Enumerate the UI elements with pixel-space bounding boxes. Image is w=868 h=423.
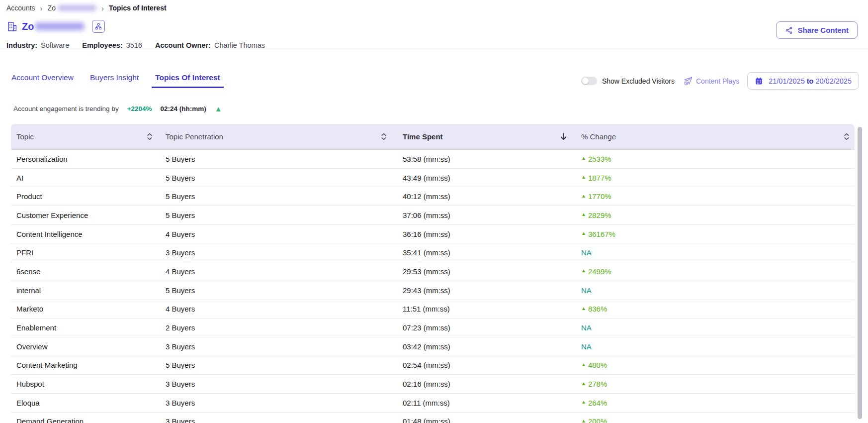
account-owner-value: Charlie Thomas (214, 41, 265, 49)
time-spent-cell: 35:41 (mm:ss) (393, 248, 569, 257)
percent-change-value: 2533% (588, 155, 611, 163)
breadcrumb-separator-icon: › (101, 4, 104, 12)
tab-bar: Account Overview Buyers Insight Topics O… (8, 70, 224, 88)
breadcrumb-item-accounts[interactable]: Accounts (6, 4, 35, 12)
employees-label: Employees: (82, 41, 122, 49)
topic-cell: PFRI (11, 248, 157, 257)
topic-penetration-cell: 4 Buyers (157, 305, 393, 313)
date-range-start: 21/01/2025 (769, 77, 805, 85)
header-divider (0, 51, 868, 51)
sort-chevrons-icon (147, 132, 153, 141)
account-owner-meta: Account Owner: Charlie Thomas (155, 41, 265, 49)
employees-value: 3516 (126, 41, 142, 49)
column-header-topic-penetration[interactable]: Topic Penetration (157, 124, 393, 149)
topic-penetration-cell: 3 Buyers (157, 248, 393, 257)
time-spent-column-label: Time Spent (403, 132, 443, 141)
column-header-topic[interactable]: Topic (11, 124, 157, 149)
table-row: Overview 3 Buyers 03:42 (mm:ss) ▲ NA (11, 337, 855, 356)
sort-descending-arrow-icon (560, 132, 567, 141)
trending-prefix: Account engagement is trending by (13, 105, 119, 112)
topic-penetration-cell: 2 Buyers (157, 323, 393, 332)
percent-change-value: 278% (588, 380, 607, 388)
topic-penetration-cell: 3 Buyers (157, 399, 393, 407)
up-triangle-icon: ▲ (581, 194, 586, 199)
account-owner-label: Account Owner: (155, 41, 211, 49)
topic-penetration-cell: 3 Buyers (157, 417, 393, 423)
topics-of-interest-page: Accounts › Zo › Topics of Interest Zo (0, 0, 868, 423)
topic-penetration-cell: 5 Buyers (157, 192, 393, 201)
time-spent-cell: 29:43 (mm:ss) (393, 286, 569, 295)
time-spent-cell: 11:51 (mm:ss) (393, 305, 569, 313)
account-meta-row: Industry: Software Employees: 3516 Accou… (6, 41, 265, 49)
column-header-time-spent[interactable]: Time Spent (393, 124, 569, 149)
percent-change-cell: ▲ 200% (569, 417, 855, 423)
percent-change-value: 480% (588, 361, 607, 369)
topic-penetration-cell: 5 Buyers (157, 286, 393, 295)
table-row: 6sense 4 Buyers 29:53 (mm:ss) ▲ 2499% (11, 262, 855, 281)
topic-cell: 6sense (11, 267, 157, 276)
up-triangle-icon: ▲ (581, 381, 586, 386)
date-range-picker[interactable]: 21/01/2025to20/02/2025 (747, 72, 859, 90)
topic-penetration-cell: 5 Buyers (157, 155, 393, 163)
time-spent-cell: 03:42 (mm:ss) (393, 342, 569, 351)
topic-cell: internal (11, 286, 157, 295)
percent-change-value: 264% (588, 399, 607, 407)
toggle-knob (582, 78, 589, 84)
up-triangle-icon: ▲ (581, 156, 586, 161)
topic-penetration-cell: 4 Buyers (157, 230, 393, 238)
tab-topics-of-interest[interactable]: Topics Of Interest (152, 70, 224, 88)
share-content-button[interactable]: Share Content (776, 21, 858, 39)
percent-change-value: 2829% (588, 211, 611, 219)
table-row: Marketo 4 Buyers 11:51 (mm:ss) ▲ 836% (11, 300, 855, 318)
show-excluded-visitors-toggle[interactable] (581, 77, 597, 85)
table-header-row: Topic Topic Penetration Time Spent % Cha… (11, 124, 855, 149)
up-triangle-icon: ▲ (581, 306, 586, 311)
column-header-percent-change[interactable]: % Change (569, 124, 855, 149)
up-triangle-icon: ▲ (581, 212, 586, 217)
table-row: PFRI 3 Buyers 35:41 (mm:ss) ▲ NA (11, 243, 855, 262)
percent-change-value: NA (581, 342, 592, 351)
engagement-trending-line: Account engagement is trending by +2204%… (13, 105, 222, 112)
percent-change-value: NA (581, 286, 592, 295)
topic-cell: Eloqua (11, 399, 157, 407)
industry-label: Industry: (6, 41, 37, 49)
percent-change-value: 1877% (588, 174, 611, 182)
topic-cell: Personalization (11, 155, 157, 163)
time-spent-cell: 02:16 (mm:ss) (393, 380, 569, 388)
account-name-prefix: Zo (22, 21, 34, 32)
content-plays-link[interactable]: Content Plays (683, 76, 739, 86)
time-spent-cell: 36:16 (mm:ss) (393, 230, 569, 238)
account-title-row: Zo (7, 20, 105, 33)
up-triangle-icon: ▲ (581, 175, 586, 180)
percent-change-value: 36167% (588, 230, 615, 238)
percent-change-column-label: % Change (581, 132, 616, 141)
org-hierarchy-button[interactable] (92, 20, 105, 33)
table-row: internal 5 Buyers 29:43 (mm:ss) ▲ NA (11, 281, 855, 300)
percent-change-cell: ▲ NA (569, 248, 855, 257)
percent-change-cell: ▲ 264% (569, 399, 855, 407)
date-range-end: 20/02/2025 (815, 77, 852, 85)
topic-cell: Overview (11, 342, 157, 351)
topic-cell: Hubspot (11, 380, 157, 388)
up-triangle-icon: ▲ (581, 231, 586, 236)
redacted-account-name (35, 22, 85, 30)
topic-cell: Content Marketing (11, 361, 157, 369)
tab-account-overview[interactable]: Account Overview (8, 70, 77, 88)
breadcrumb-item-account[interactable]: Zo (48, 4, 96, 12)
percent-change-cell: ▲ 36167% (569, 230, 855, 238)
table-row: Personalization 5 Buyers 53:58 (mm:ss) ▲… (11, 149, 855, 168)
table-row: Customer Experience 5 Buyers 37:06 (mm:s… (11, 206, 855, 224)
topic-cell: AI (11, 174, 157, 182)
topic-column-label: Topic (16, 132, 34, 141)
percent-change-cell: ▲ 2499% (569, 267, 855, 276)
time-spent-cell: 29:53 (mm:ss) (393, 267, 569, 276)
tab-buyers-insight[interactable]: Buyers Insight (87, 70, 142, 88)
table-row: Product 5 Buyers 40:12 (mm:ss) ▲ 1770% (11, 187, 855, 206)
percent-change-value: 1770% (588, 192, 611, 201)
up-triangle-icon: ▲ (581, 419, 586, 423)
table-scrollbar[interactable] (858, 127, 862, 419)
percent-change-cell: ▲ NA (569, 342, 855, 351)
table-row: Demand Generation 3 Buyers 01:48 (mm:ss)… (11, 412, 855, 423)
content-plays-label: Content Plays (696, 77, 739, 85)
breadcrumb: Accounts › Zo › Topics of Interest (6, 4, 167, 12)
